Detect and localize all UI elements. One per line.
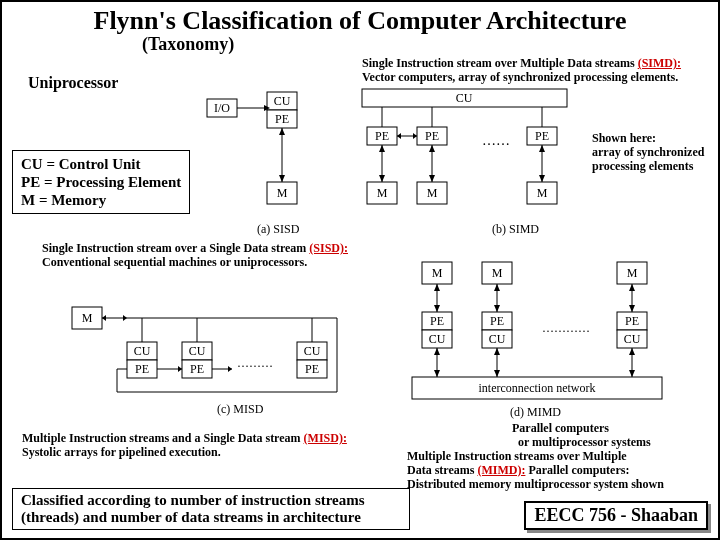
svg-text:CU: CU — [274, 94, 291, 108]
sisd-caption-sub: Conventional sequential machines or unip… — [42, 255, 307, 269]
svg-text:M: M — [627, 266, 638, 280]
svg-marker-108 — [494, 348, 500, 355]
svg-marker-46 — [102, 315, 106, 321]
svg-text:PE: PE — [625, 314, 639, 328]
svg-text:M: M — [427, 186, 438, 200]
svg-text:………: ……… — [237, 356, 273, 370]
svg-text:CU: CU — [429, 332, 446, 346]
slide-subtitle: (Taxonomy) — [142, 34, 718, 55]
misd-caption: Multiple Instruction streams and a Singl… — [22, 432, 347, 460]
svg-text:M: M — [377, 186, 388, 200]
svg-marker-41 — [429, 145, 435, 152]
svg-marker-83 — [434, 305, 440, 312]
svg-text:CU: CU — [134, 344, 151, 358]
svg-text:interconnection network: interconnection network — [479, 381, 596, 395]
svg-marker-42 — [539, 145, 545, 152]
svg-text:PE: PE — [490, 314, 504, 328]
svg-text:PE: PE — [430, 314, 444, 328]
sisd-label: (a) SISD — [257, 222, 299, 237]
misd-diagram: M CU PE CU PE CU PE ……… — [57, 282, 357, 422]
svg-marker-87 — [629, 305, 635, 312]
sisd-diagram: I/O CU PE M — [172, 87, 352, 222]
svg-marker-27 — [413, 133, 417, 139]
slide-title: Flynn's Classification of Computer Archi… — [2, 6, 718, 36]
svg-text:CU: CU — [456, 91, 473, 105]
svg-marker-47 — [123, 315, 127, 321]
misd-label: (c) MISD — [217, 402, 263, 417]
shown-here-l2: array of synchronized — [592, 145, 704, 159]
misd-acronym: (MISD): — [304, 431, 347, 445]
svg-marker-107 — [434, 370, 440, 377]
footer-summary: Classified according to number of instru… — [12, 488, 410, 530]
legend-cu: CU = Control Unit — [21, 155, 181, 173]
sisd-acronym: (SISD): — [309, 241, 348, 255]
svg-text:M: M — [82, 311, 93, 325]
simd-label: (b) SIMD — [492, 222, 539, 237]
svg-text:M: M — [492, 266, 503, 280]
simd-caption-sub: Vector computers, array of synchronized … — [362, 70, 678, 84]
sisd-caption: Single Instruction stream over a Single … — [42, 242, 348, 270]
svg-text:M: M — [537, 186, 548, 200]
svg-text:CU: CU — [304, 344, 321, 358]
simd-diagram: CU PE PE PE …… M M M — [357, 87, 587, 222]
svg-marker-26 — [397, 133, 401, 139]
svg-text:……: …… — [482, 133, 510, 148]
svg-marker-84 — [494, 284, 500, 291]
mimd-caption-l1: Multiple Instruction streams over Multip… — [407, 449, 627, 463]
shown-here-l1: Shown here: — [592, 131, 656, 145]
simd-caption: Single Instruction stream over Multiple … — [362, 57, 681, 85]
legend-pe: PE = Processing Element — [21, 173, 181, 191]
svg-text:PE: PE — [375, 129, 389, 143]
mimd-diagram: M M M PE CU PE CU PE CU ………… interconnec… — [402, 257, 682, 407]
svg-marker-37 — [379, 175, 385, 182]
svg-marker-86 — [629, 284, 635, 291]
svg-text:CU: CU — [624, 332, 641, 346]
shown-here-l3: processing elements — [592, 159, 693, 173]
svg-marker-111 — [629, 370, 635, 377]
svg-marker-110 — [629, 348, 635, 355]
svg-marker-39 — [539, 175, 545, 182]
svg-marker-85 — [494, 305, 500, 312]
svg-text:I/O: I/O — [214, 101, 230, 115]
svg-marker-40 — [379, 145, 385, 152]
svg-text:M: M — [432, 266, 443, 280]
svg-marker-38 — [429, 175, 435, 182]
svg-text:CU: CU — [489, 332, 506, 346]
mimd-side-l2: or multiprocessor systems — [518, 435, 651, 449]
simd-caption-text: Single Instruction stream over Multiple … — [362, 56, 638, 70]
mimd-caption-l2b: Parallel computers: — [525, 463, 629, 477]
svg-marker-11 — [279, 128, 285, 135]
svg-marker-68 — [228, 366, 232, 372]
svg-marker-82 — [434, 284, 440, 291]
shown-here-note: Shown here: array of synchronized proces… — [592, 132, 704, 173]
misd-caption-text: Multiple Instruction streams and a Singl… — [22, 431, 304, 445]
svg-marker-12 — [279, 175, 285, 182]
svg-text:PE: PE — [135, 362, 149, 376]
mimd-side-l1: Parallel computers — [512, 421, 609, 435]
misd-caption-sub: Systolic arrays for pipelined execution. — [22, 445, 221, 459]
svg-text:PE: PE — [190, 362, 204, 376]
legend-m: M = Memory — [21, 191, 181, 209]
svg-marker-109 — [494, 370, 500, 377]
svg-text:PE: PE — [425, 129, 439, 143]
svg-text:PE: PE — [305, 362, 319, 376]
mimd-caption: Multiple Instruction streams over Multip… — [407, 450, 664, 491]
svg-text:PE: PE — [535, 129, 549, 143]
footer-credit: EECC 756 - Shaaban — [524, 501, 708, 530]
legend-box: CU = Control Unit PE = Processing Elemen… — [12, 150, 190, 214]
svg-marker-106 — [434, 348, 440, 355]
svg-text:CU: CU — [189, 344, 206, 358]
mimd-caption-l2a: Data streams — [407, 463, 477, 477]
mimd-caption-l3: Distributed memory multiprocessor system… — [407, 477, 664, 491]
sisd-caption-text: Single Instruction stream over a Single … — [42, 241, 309, 255]
mimd-side-note: Parallel computers or multiprocessor sys… — [512, 422, 651, 450]
mimd-label: (d) MIMD — [510, 405, 561, 420]
simd-acronym: (SIMD): — [638, 56, 681, 70]
uniprocessor-label: Uniprocessor — [28, 74, 118, 92]
mimd-acronym: (MIMD): — [477, 463, 525, 477]
svg-text:PE: PE — [275, 112, 289, 126]
svg-text:…………: ………… — [542, 321, 590, 335]
svg-text:M: M — [277, 186, 288, 200]
svg-marker-66 — [178, 366, 182, 372]
